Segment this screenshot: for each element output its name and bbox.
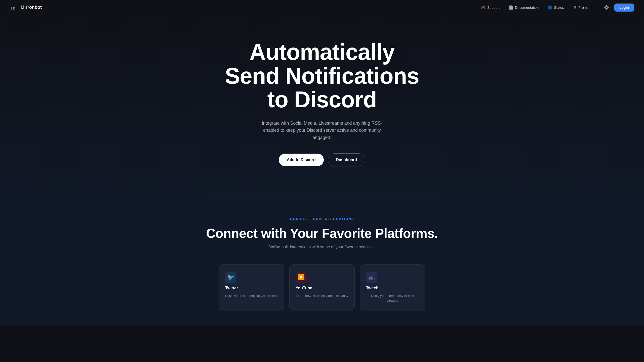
youtube-desc: Share new YouTube videos instantly [296,293,348,298]
integrations-subtitle: We've built integrations with some of yo… [10,245,634,249]
integrations-title: Connect with Your Favorite Platforms. [10,226,634,241]
logo-icon: m [10,4,18,12]
twitch-icon: 📺 [366,272,377,283]
nav-divider [599,5,599,10]
nav-support[interactable]: 🎮 Support [477,4,503,11]
hero-buttons: Add to Discord Dashboard [279,153,365,166]
login-button[interactable]: Login [614,4,634,12]
integrations-row: 🐦 Twitter Post tweets automatically to D… [10,264,634,310]
twitter-name: Twitter [225,286,238,290]
add-to-discord-button[interactable]: Add to Discord [279,154,324,166]
hero-subtitle: Integrate with Social Media, Livestreams… [262,120,382,141]
nav-links: 🎮 Support 📄 Documentation 🔵 Status 🖥 Pre… [477,3,634,12]
nav-documentation[interactable]: 📄 Documentation [505,4,542,11]
integration-card-twitter: 🐦 Twitter Post tweets automatically to D… [219,264,284,310]
nav-status[interactable]: 🔵 Status [544,4,568,11]
logo-text: Mirror.bot [21,5,42,10]
integrations-label: OUR PLATFORM INTEGRATIONS [10,217,634,221]
premium-icon: 🖥 [573,5,577,10]
twitch-desc: Notify your community of new streams [366,293,419,303]
youtube-icon: ▶️ [296,272,307,283]
svg-text:m: m [11,5,16,11]
integration-card-youtube: ▶️ YouTube Share new YouTube videos inst… [289,264,355,310]
status-icon: 🔵 [548,5,552,10]
nav-premium[interactable]: 🖥 Premium [570,4,596,11]
hero-title: Automatically Send Notifications to Disc… [221,40,423,112]
documentation-icon: 📄 [509,5,513,10]
premium-label: Premium [578,6,592,10]
hero-section: Automatically Send Notifications to Disc… [0,15,644,197]
settings-icon: ⚙️ [604,5,609,10]
logo-link[interactable]: m Mirror.bot [10,4,42,12]
youtube-name: YouTube [296,286,312,290]
integrations-section: OUR PLATFORM INTEGRATIONS Connect with Y… [0,197,644,326]
documentation-label: Documentation [515,6,539,10]
navbar: m Mirror.bot 🎮 Support 📄 Documentation 🔵… [0,0,644,15]
dashboard-button[interactable]: Dashboard [328,153,366,166]
twitch-name: Twitch [366,286,378,290]
status-label: Status [554,6,564,10]
support-icon: 🎮 [481,5,486,10]
support-label: Support [487,6,500,10]
twitter-icon: 🐦 [225,272,236,283]
twitter-desc: Post tweets automatically to Discord [225,293,278,298]
settings-button[interactable]: ⚙️ [602,3,611,12]
integration-card-twitch: 📺 Twitch Notify your community of new st… [360,264,425,310]
